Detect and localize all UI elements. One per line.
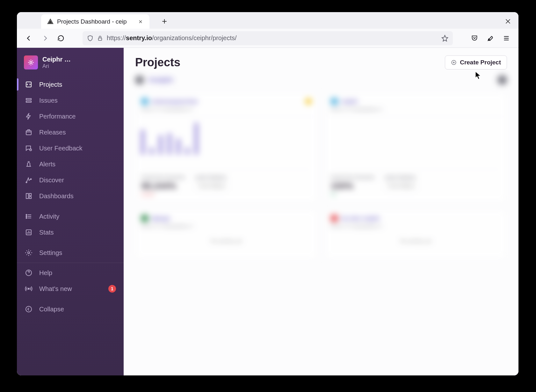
url-text: https://sentry.io/organizations/ceiphr/p… [107, 34, 438, 42]
nav-label: Collapse [39, 306, 64, 313]
back-button[interactable] [22, 31, 36, 45]
svg-point-18 [28, 288, 29, 289]
lock-icon [97, 35, 103, 41]
gear-icon [25, 249, 33, 257]
tab-close-icon[interactable] [137, 18, 144, 25]
nav-label: What's new [39, 285, 72, 293]
main-header: Projects Create Project [135, 55, 507, 69]
org-name: Ceiphr … [42, 55, 71, 63]
sentry-icon [47, 18, 54, 25]
svg-rect-4 [26, 101, 31, 102]
stats-icon [25, 228, 33, 236]
nav-collapse[interactable]: Collapse [17, 301, 124, 317]
svg-point-7 [26, 182, 27, 183]
url-path: /organizations/ceiphr/projects/ [152, 34, 237, 41]
user-feedback-icon [25, 144, 33, 152]
svg-rect-3 [26, 98, 31, 100]
main-content: Projects Create Project #ceiphr ariannas… [124, 48, 518, 375]
url-host: sentry.io [126, 34, 152, 41]
page-title: Projects [135, 56, 180, 69]
browser-toolbar: https://sentry.io/organizations/ceiphr/p… [17, 29, 518, 48]
address-bar[interactable]: https://sentry.io/organizations/ceiphr/p… [83, 31, 453, 45]
nav-releases[interactable]: Releases [17, 124, 124, 140]
browser-window: Projects Dashboard - ceip [17, 12, 518, 375]
alerts-icon [25, 160, 33, 168]
nav-label: Help [39, 269, 52, 277]
nav-help[interactable]: Help [17, 265, 124, 281]
app-content: Ceiphr … Ari Projects Issues Performance [17, 48, 518, 375]
collapse-icon [25, 305, 33, 313]
svg-rect-9 [26, 193, 28, 199]
svg-rect-5 [26, 131, 31, 135]
broadcast-icon [25, 285, 33, 293]
reload-button[interactable] [54, 31, 68, 45]
org-avatar [24, 55, 38, 69]
svg-point-19 [26, 306, 32, 312]
nav-settings[interactable]: Settings [17, 245, 124, 261]
nav-issues[interactable]: Issues [17, 92, 124, 108]
nav-label: Stats [39, 229, 54, 236]
nav-label: Releases [39, 129, 66, 136]
discover-icon [25, 176, 33, 184]
pocket-icon[interactable] [467, 31, 482, 45]
svg-point-8 [31, 179, 32, 180]
tab-title: Projects Dashboard - ceip [57, 18, 134, 25]
blurred-projects-area: #ceiphr ariannaspeechas errors: 2? | tra… [135, 75, 507, 259]
svg-point-1 [30, 62, 32, 63]
nav-performance[interactable]: Performance [17, 108, 124, 124]
create-project-label: Create Project [460, 59, 501, 66]
window-close-icon[interactable] [504, 18, 511, 26]
issues-icon [25, 96, 33, 105]
nav-projects[interactable]: Projects [17, 76, 124, 92]
create-project-button[interactable]: Create Project [445, 55, 507, 69]
whats-new-badge: 1 [108, 285, 116, 293]
nav-dashboards[interactable]: Dashboards [17, 188, 124, 204]
plus-circle-icon [451, 60, 457, 65]
nav-label: Dashboards [39, 192, 74, 200]
new-tab-button[interactable] [158, 15, 170, 27]
nav-stats[interactable]: Stats [17, 224, 124, 240]
activity-icon [25, 212, 33, 221]
menu-icon[interactable] [499, 31, 513, 45]
devtools-icon[interactable] [483, 31, 497, 45]
help-icon [25, 269, 33, 277]
svg-rect-0 [98, 38, 102, 40]
org-user: Ari [42, 63, 71, 69]
bookmark-star-icon[interactable] [441, 35, 448, 42]
nav-label: Alerts [39, 161, 55, 168]
nav-activity[interactable]: Activity [17, 208, 124, 224]
releases-icon [25, 128, 33, 136]
nav-user-feedback[interactable]: User Feedback [17, 140, 124, 156]
svg-point-6 [30, 149, 32, 151]
nav-label: User Feedback [39, 145, 83, 152]
nav-alerts[interactable]: Alerts [17, 156, 124, 172]
nav-label: Settings [39, 249, 62, 257]
nav-label: Activity [39, 213, 59, 220]
svg-point-13 [26, 216, 27, 217]
projects-icon [25, 80, 33, 89]
primary-nav: Projects Issues Performance Releases Use… [17, 76, 124, 317]
sidebar: Ceiphr … Ari Projects Issues Performance [17, 48, 124, 375]
svg-rect-10 [29, 193, 31, 196]
nav-label: Discover [39, 177, 64, 184]
nav-whats-new[interactable]: What's new 1 [17, 281, 124, 297]
nav-discover[interactable]: Discover [17, 172, 124, 188]
shield-icon [87, 35, 93, 42]
nav-label: Performance [39, 113, 76, 120]
browser-tab[interactable]: Projects Dashboard - ceip [41, 14, 149, 29]
forward-button[interactable] [38, 31, 52, 45]
nav-label: Projects [39, 81, 62, 88]
cursor-icon [474, 71, 483, 80]
performance-icon [25, 112, 33, 120]
svg-point-14 [26, 218, 27, 219]
svg-point-16 [28, 252, 30, 254]
nav-label: Issues [39, 97, 58, 104]
svg-rect-11 [29, 197, 31, 199]
svg-point-12 [26, 214, 27, 215]
org-switcher[interactable]: Ceiphr … Ari [17, 54, 124, 76]
tab-bar: Projects Dashboard - ceip [17, 12, 518, 29]
dashboards-icon [25, 192, 33, 200]
url-prefix: https:// [107, 34, 126, 41]
